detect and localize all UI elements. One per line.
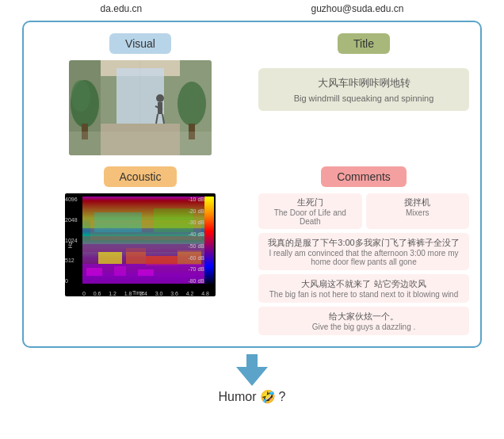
humor-label: Humor [219, 390, 257, 404]
comment-en-1a: The Door of Life and Death [265, 208, 356, 226]
spectrogram-x-labels: 0 0.6 1.2 1.8 2.4 3.0 3.6 4.2 4.8 [82, 291, 209, 296]
visual-column: Visual [35, 33, 246, 155]
svg-point-10 [178, 82, 206, 126]
comment-en-2: I really am convinced that the afternoon… [265, 249, 463, 266]
arrow-section: Humor🤣? [219, 354, 286, 404]
comment-en-4: Give the big guys a dazzling . [265, 323, 463, 331]
svg-rect-17 [69, 132, 212, 155]
comment-box-shengsi: 生死门 The Door of Life and Death [258, 193, 362, 229]
title-en: Big windmill squeaking and spinning [271, 94, 456, 103]
svg-point-12 [156, 94, 164, 102]
comment-box-jiaoban: 搅拌机 Mixers [366, 193, 470, 229]
top-bar: da.edu.cn guzhou@suda.edu.cn [0, 0, 504, 17]
acoustic-column: Acoustic 4096 2048 1024 512 0 [35, 166, 246, 335]
title-column: Title 大风车咔咧咔咧地转 Big windmill squeaking a… [258, 33, 469, 155]
spectrogram: 4096 2048 1024 512 0 [65, 193, 216, 296]
card-top-row: Visual [35, 33, 469, 155]
visual-image [69, 60, 212, 155]
comments-column: Comments 生死门 The Door of Life and Death … [258, 166, 469, 335]
comment-zh-2: 我真的是服了下午3:00多我家门飞了裤裤子全没了 [265, 237, 463, 249]
svg-rect-31 [94, 212, 142, 232]
colorbar-labels: -10 dB -20 dB -30 dB -40 dB -50 dB -60 d… [188, 197, 204, 284]
title-text-box: 大风车咔咧咔咧地转 Big windmill squeaking and spi… [258, 68, 469, 111]
svg-rect-28 [114, 266, 126, 276]
comment-box-2: 我真的是服了下午3:00多我家门飞了裤裤子全没了 I really am con… [258, 233, 469, 270]
comment-en-3: The big fan is not here to stand next to… [265, 290, 463, 299]
spectrogram-y-labels: 4096 2048 1024 512 0 [65, 197, 78, 284]
top-bar-left: da.edu.cn [101, 3, 143, 14]
top-bar-right: guzhou@suda.edu.cn [311, 3, 403, 14]
acoustic-label: Acoustic [104, 166, 178, 187]
hz-label: Hz [67, 242, 73, 249]
comment-zh-3: 大风扇这不就来了 站它旁边吹风 [265, 278, 463, 290]
svg-rect-22 [98, 252, 122, 264]
humor-text: Humor🤣? [219, 389, 286, 404]
comment-zh-1b: 搅拌机 [372, 197, 464, 208]
humor-question: ? [279, 390, 286, 404]
comment-row-1: 生死门 The Door of Life and Death 搅拌机 Mixer… [258, 193, 469, 229]
title-zh: 大风车咔咧咔咧地转 [271, 76, 456, 90]
arrow-down [236, 367, 268, 386]
comment-box-3: 大风扇这不就来了 站它旁边吹风 The big fan is not here … [258, 274, 469, 303]
arrow-stem [246, 354, 258, 367]
comments-label: Comments [321, 166, 407, 187]
svg-point-8 [71, 80, 90, 112]
comment-zh-4: 给大家伙炫一个。 [265, 311, 463, 323]
svg-rect-29 [138, 269, 154, 276]
humor-emoji: 🤣 [260, 389, 276, 404]
y-label-4096: 4096 [65, 197, 78, 202]
card-bottom-row: Acoustic 4096 2048 1024 512 0 [35, 166, 469, 335]
y-label-0: 0 [65, 278, 78, 284]
y-label-512: 512 [65, 258, 78, 263]
y-label-2048: 2048 [65, 217, 78, 223]
title-label: Title [338, 33, 390, 54]
time-label: Time [132, 290, 144, 296]
svg-rect-27 [86, 268, 102, 276]
comment-box-4: 给大家伙炫一个。 Give the big guys a dazzling . [258, 307, 469, 335]
main-card: Visual [22, 21, 482, 348]
comments-area: 生死门 The Door of Life and Death 搅拌机 Mixer… [258, 193, 469, 335]
comment-zh-1a: 生死门 [265, 197, 356, 208]
colorbar [204, 197, 214, 284]
visual-label: Visual [109, 33, 171, 54]
comment-en-1b: Mixers [372, 208, 464, 217]
